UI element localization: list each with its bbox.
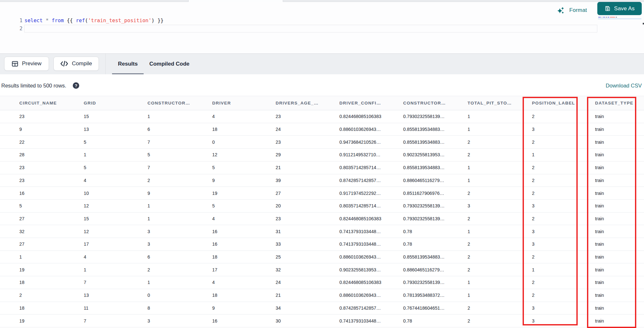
preview-button[interactable]: Preview	[4, 57, 49, 71]
table-cell: 2	[461, 241, 526, 247]
table-cell: 1	[141, 280, 206, 285]
table-row: 191217320.9023255813953…0.8860465116279……	[0, 263, 644, 276]
table-cell: 3	[526, 127, 589, 132]
table-cell: 3	[141, 241, 206, 247]
table-cell: train	[589, 178, 644, 183]
table-cell: 2	[461, 305, 526, 311]
table-cell: train	[589, 280, 644, 285]
table-cell: 16	[206, 229, 269, 234]
table-cell: 5	[77, 140, 141, 145]
code-token-plain: (	[85, 18, 88, 23]
table-cell: train	[589, 165, 644, 170]
column-header: CONSTRUCTOR…	[141, 101, 206, 105]
table-cell: 27	[0, 241, 77, 247]
table-cell: 0.9112149532710…	[333, 152, 397, 157]
table-cell: 9	[0, 127, 77, 132]
code-token-plain	[43, 18, 45, 23]
table-cell: 3	[526, 203, 589, 208]
save-as-label: Save As	[614, 5, 635, 12]
minimap-viewport[interactable]	[598, 18, 641, 19]
download-csv-link[interactable]: Download CSV	[606, 82, 642, 89]
column-header: CONSTRUCTOR…	[397, 101, 461, 105]
compile-button[interactable]: Compile	[53, 57, 99, 71]
code-line-1[interactable]: select * from {{ ref('train_test_positio…	[24, 17, 164, 25]
table-row: 913618240.8860103626943…0.8558139534883……	[0, 123, 644, 136]
help-icon[interactable]: ?	[73, 82, 79, 89]
table-cell: 3	[141, 318, 206, 323]
table-cell: 1	[461, 127, 526, 132]
editor-minimap[interactable]	[598, 16, 641, 51]
table-cell: 5	[141, 152, 206, 157]
active-tab-underline	[112, 73, 144, 74]
table-cell: 6	[141, 127, 206, 132]
table-cell: 2	[526, 165, 589, 170]
table-cell: 1	[141, 114, 206, 119]
table-cell: 0.8860465116279…	[397, 267, 461, 272]
table-cell: train	[589, 229, 644, 234]
tab-results[interactable]: Results	[112, 54, 144, 74]
table-cell: 5	[206, 203, 269, 208]
table-row: 23575210.8035714285714…0.8558139534883…1…	[0, 161, 644, 174]
table-cell: 5	[206, 165, 269, 170]
table-cell: 3	[141, 229, 206, 234]
table-cell: 2	[461, 152, 526, 157]
table-cell: train	[589, 203, 644, 208]
table-cell: 1	[461, 178, 526, 183]
active-line-highlight[interactable]	[24, 25, 597, 33]
table-cell: 15	[77, 216, 141, 221]
table-cell: 0.8860103626943…	[333, 127, 397, 132]
table-cell: 21	[269, 165, 333, 170]
code-token-plain: ) }}	[151, 18, 164, 23]
table-cell: 0.8860103626943…	[333, 293, 397, 298]
table-cell: 2	[526, 293, 589, 298]
table-cell: 0.9023255813953…	[333, 267, 397, 272]
tab-compiled-code-label: Compiled Code	[149, 61, 190, 67]
table-cell: train	[589, 216, 644, 221]
format-button[interactable]: Format	[557, 5, 587, 16]
table-cell: 2	[461, 267, 526, 272]
table-cell: 19	[0, 318, 77, 323]
minimap-code-mark	[601, 17, 602, 18]
table-cell: 0.9171974522292…	[333, 191, 397, 196]
table-cell: 9	[206, 178, 269, 183]
table-cell: 22	[0, 140, 77, 145]
column-header: DRIVER_CONFI…	[333, 101, 397, 105]
table-cell: train	[589, 114, 644, 119]
table-cell: 0.8558139534883…	[397, 254, 461, 260]
table-cell: 39	[269, 178, 333, 183]
sql-editor-pane[interactable]: Format Save As 1 2 select * from {{ ref(…	[0, 2, 644, 53]
table-row: 271514230.8244680851063830.7930232558139…	[0, 213, 644, 225]
tab-compiled-code[interactable]: Compiled Code	[147, 54, 192, 74]
table-row: 18714240.8244680851063830.7930232558139……	[0, 276, 644, 289]
table-cell: 2	[526, 216, 589, 221]
code-token-plain: {{	[64, 18, 76, 23]
table-cell: 18	[206, 127, 269, 132]
table-cell: train	[589, 152, 644, 157]
table-cell: 0.7930232558139…	[397, 203, 461, 208]
table-cell: 34	[269, 305, 333, 311]
table-cell: 9	[141, 191, 206, 196]
results-table: CIRCUIT_NAMEGRIDCONSTRUCTOR…DRIVERDRIVER…	[0, 96, 644, 327]
table-cell: 1	[461, 229, 526, 234]
table-cell: 0.8558139534883…	[397, 140, 461, 145]
column-header: DRIVER	[206, 101, 269, 105]
table-cell: 0	[206, 140, 269, 145]
minimap-code-mark	[616, 17, 617, 18]
save-as-button[interactable]: Save As	[597, 2, 642, 15]
compile-label: Compile	[72, 60, 92, 67]
table-cell: 27	[0, 216, 77, 221]
table-cell: 1	[461, 280, 526, 285]
table-cell: 1	[461, 165, 526, 170]
table-cell: 1	[141, 203, 206, 208]
table-cell: 0.78	[397, 241, 461, 247]
table-cell: 0.824468085106383	[333, 114, 397, 119]
table-cell: 2	[526, 178, 589, 183]
table-cell: 16	[206, 241, 269, 247]
table-row: 281512290.9112149532710…0.9023255813953……	[0, 149, 644, 161]
table-cell: 10	[77, 191, 141, 196]
table-cell: 0.8035714285714…	[333, 165, 397, 170]
table-cell: 18	[206, 254, 269, 260]
header-vertical-divider	[105, 54, 106, 74]
editor-scrollbar-mark[interactable]	[643, 23, 644, 24]
table-cell: 2	[526, 280, 589, 285]
